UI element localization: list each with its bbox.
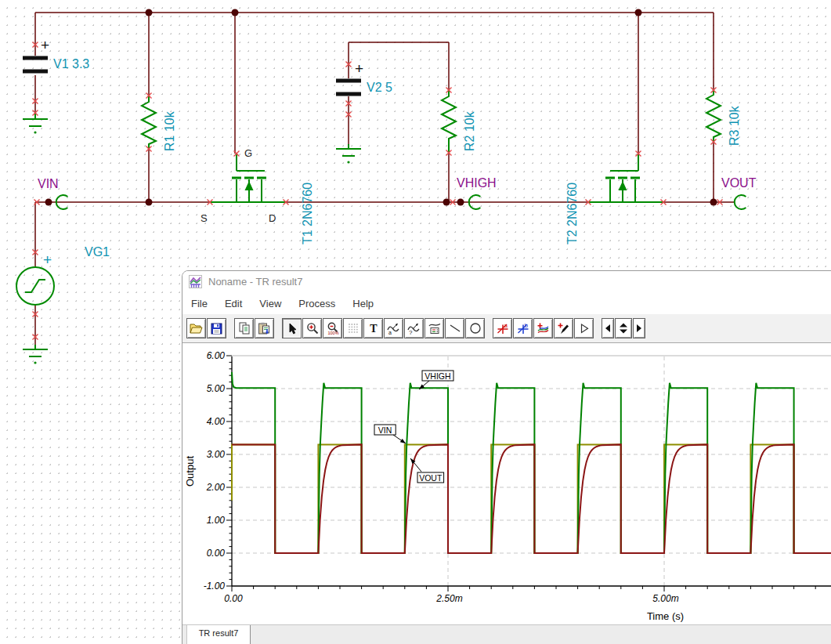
- ground-v2: [336, 144, 361, 164]
- circle-tool-icon: [469, 322, 482, 335]
- left-arrow-icon: [604, 324, 612, 333]
- chart: 6.005.004.003.002.001.000.00-1.000.002.5…: [182, 343, 831, 627]
- menu-edit[interactable]: Edit: [216, 298, 251, 309]
- vg1-plus-sign: +: [43, 251, 52, 268]
- v1-plus-sign: +: [41, 37, 49, 53]
- annotation-VIN[interactable]: VIN: [374, 425, 406, 443]
- mosfet-t1[interactable]: [210, 154, 286, 202]
- resistor-r2: [442, 90, 456, 153]
- y-tick-label: 1.00: [207, 515, 226, 526]
- battery-v2-plates: [336, 81, 361, 94]
- save-button[interactable]: [207, 318, 226, 338]
- voltage-generator-vg1[interactable]: [16, 267, 54, 305]
- grid-icon: [347, 322, 359, 335]
- svg-text:b: b: [525, 322, 529, 329]
- ground-vg1: [23, 345, 48, 364]
- result-tab-strip: TR result7: [182, 624, 831, 644]
- up-down-spinner-icon: [618, 322, 629, 335]
- page-spinner[interactable]: [615, 318, 632, 338]
- r2-label: R2 10k: [463, 110, 476, 151]
- curve-VOUT[interactable]: [232, 444, 831, 553]
- t2-label: T2 2N6760: [565, 183, 579, 244]
- y-tick-label: 6.00: [207, 350, 226, 361]
- curve-VHIGH[interactable]: [232, 372, 831, 553]
- label-curve-a-button[interactable]: a: [384, 318, 403, 338]
- svg-text:?: ?: [409, 329, 413, 335]
- svg-text:a: a: [388, 330, 392, 335]
- copy-icon: [238, 322, 251, 335]
- x-axis-title: Time (s): [647, 610, 684, 622]
- vout-node-label: VOUT: [721, 176, 757, 190]
- svg-text:VIN: VIN: [378, 425, 392, 435]
- menu-bar: File Edit View Process Help: [182, 292, 831, 314]
- toolbar: 100% T: [182, 314, 831, 343]
- add-curves-icon: [537, 322, 550, 335]
- paste-icon: [258, 322, 271, 335]
- window-title: Noname - TR result7: [208, 276, 302, 288]
- menu-process[interactable]: Process: [290, 298, 344, 309]
- y-tick-label: 5.00: [207, 383, 226, 394]
- svg-text:VHIGH: VHIGH: [425, 371, 450, 381]
- svg-text:100%: 100%: [327, 331, 338, 335]
- vin-node-label: VIN: [38, 177, 59, 190]
- menu-file[interactable]: File: [182, 298, 216, 309]
- copy-button[interactable]: [234, 318, 254, 338]
- paste-button[interactable]: [255, 318, 274, 338]
- floppy-disk-icon: [211, 323, 222, 335]
- next-page-button[interactable]: [633, 318, 645, 338]
- tab-tr-result7[interactable]: TR result7: [186, 625, 251, 644]
- resistor-r1: [142, 96, 156, 149]
- cursor-tool-button[interactable]: [282, 318, 302, 338]
- v2-label: V2 5: [367, 81, 392, 94]
- plot-area[interactable]: 6.005.004.003.002.001.000.00-1.000.002.5…: [182, 343, 831, 627]
- label-curve-q-icon: ?: [407, 322, 421, 335]
- cursor-a-icon: a: [496, 322, 509, 335]
- mosfet-t2[interactable]: [588, 154, 663, 202]
- menu-help[interactable]: Help: [344, 298, 382, 309]
- x-tick-label: 5.00m: [652, 593, 678, 604]
- pick-curve-button[interactable]: [554, 318, 573, 338]
- cursor-arrow-icon: [287, 323, 298, 335]
- cursor-b-button[interactable]: b: [513, 318, 533, 338]
- line-tool-icon: [449, 322, 461, 335]
- annotation-VOUT[interactable]: VOUT: [410, 458, 444, 483]
- cursor-a-button[interactable]: a: [493, 318, 512, 338]
- label-curve-q-button[interactable]: ?: [404, 318, 424, 338]
- zoom-in-icon: [306, 322, 319, 335]
- svg-text:VOUT: VOUT: [419, 473, 443, 483]
- title-bar[interactable]: Noname - TR result7: [182, 271, 831, 292]
- zoom-100-button[interactable]: 100%: [323, 318, 342, 338]
- screen: + + + V1 3.3 V2 5 VG1 R1 10k R2 10k R3 1…: [0, 0, 831, 644]
- marker-tool-button[interactable]: [574, 318, 594, 338]
- y-tick-label: 2.00: [206, 482, 226, 493]
- x-tick-label: 0.00: [224, 593, 243, 604]
- r3-label: R3 10k: [728, 105, 741, 146]
- t1-gate-label: G: [244, 147, 252, 159]
- r1-label: R1 10k: [163, 110, 176, 151]
- line-tool-button[interactable]: [445, 318, 464, 338]
- v2-plus-sign: +: [355, 60, 363, 77]
- open-folder-icon: [190, 323, 203, 335]
- pen-plus-icon: [557, 322, 570, 335]
- zoom-in-button[interactable]: [302, 318, 322, 338]
- prev-page-button[interactable]: [602, 318, 614, 338]
- v1-label: V1 3.3: [53, 57, 89, 71]
- legend-tool-button[interactable]: [425, 318, 444, 338]
- svg-text:T: T: [370, 323, 378, 335]
- menu-view[interactable]: View: [251, 298, 290, 309]
- legend-tool-icon: [428, 322, 441, 335]
- y-axis-title: Output: [184, 456, 196, 487]
- add-curves-button[interactable]: [533, 318, 553, 338]
- open-button[interactable]: [186, 318, 206, 338]
- text-tool-icon: T: [367, 322, 380, 335]
- plot-window: Noname - TR result7 File Edit View Proce…: [182, 270, 831, 644]
- t1-source-label: S: [201, 212, 208, 224]
- zoom-100-icon: 100%: [327, 322, 339, 335]
- cursor-b-icon: b: [516, 322, 529, 335]
- text-tool-button[interactable]: T: [363, 318, 383, 338]
- resistor-r3: [706, 90, 721, 142]
- grid-toggle-button[interactable]: [343, 318, 363, 338]
- ground-v1: [23, 114, 48, 134]
- circle-tool-button[interactable]: [465, 318, 485, 338]
- right-arrow-icon: [635, 324, 643, 333]
